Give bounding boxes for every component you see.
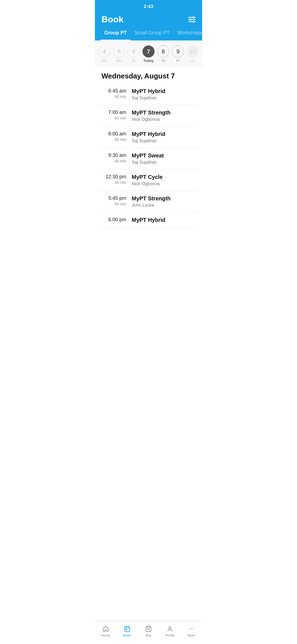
svg-point-1 xyxy=(193,17,194,18)
calendar-day-7[interactable]: 7Today xyxy=(142,45,155,63)
class-item[interactable]: 6:45 am60 minMyPT HybridSaj Sujathan xyxy=(99,84,198,105)
class-item[interactable]: 12:30 pm45 minMyPT CycleNick Ogbonna xyxy=(99,170,198,191)
date-heading: Wednesday, August 7 xyxy=(99,66,198,84)
page-title: Book xyxy=(101,14,123,24)
tab-bar: Group PT Small Group PT Workshops xyxy=(95,24,202,40)
calendar-day-5[interactable]: 5Mo xyxy=(112,45,126,63)
calendar-day-6[interactable]: 6Tu xyxy=(127,45,140,63)
tab-small-group-pt[interactable]: Small Group PT xyxy=(131,28,174,40)
status-bar: 2:43 xyxy=(95,0,202,12)
class-list: 6:45 am60 minMyPT HybridSaj Sujathan7:00… xyxy=(99,84,198,229)
content-area: Wednesday, August 7 6:45 am60 minMyPT Hy… xyxy=(95,66,202,229)
svg-point-3 xyxy=(189,19,191,20)
calendar-day-8[interactable]: 8Th xyxy=(157,45,170,63)
status-time: 2:43 xyxy=(144,4,153,9)
svg-point-5 xyxy=(193,21,194,23)
header: Book xyxy=(95,12,202,24)
class-item[interactable]: 5:45 pm60 minMyPT StrengthJohn Locke xyxy=(99,191,198,212)
class-item[interactable]: 6:00 pmMyPT Hybrid xyxy=(99,212,198,229)
calendar-day-10[interactable]: 10Sa xyxy=(186,45,199,63)
tab-workshops[interactable]: Workshops xyxy=(174,28,202,40)
filter-button[interactable] xyxy=(188,17,196,23)
tab-group-pt[interactable]: Group PT xyxy=(100,28,131,40)
calendar-day-9[interactable]: 9Fr xyxy=(171,45,185,63)
class-item[interactable]: 9:30 am60 minMyPT SweatSaj Sujathan xyxy=(99,148,198,170)
calendar-day-4[interactable]: 4Su xyxy=(98,45,111,63)
class-item[interactable]: 8:00 am60 minMyPT HybridSaj Sujathan xyxy=(99,127,198,148)
class-item[interactable]: 7:00 am60 minMyPT StrengthNick Ogbonna xyxy=(99,105,198,127)
calendar-strip: 4Su5Mo6Tu7Today8Th9Fr10Sa xyxy=(95,40,202,66)
